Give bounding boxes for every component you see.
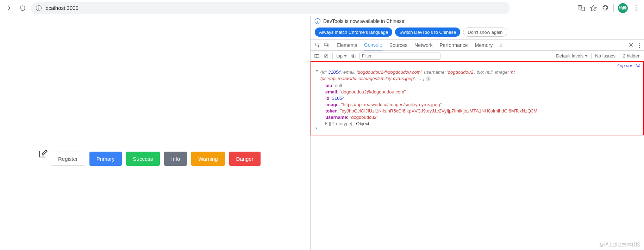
issues-label[interactable]: No Issues [595, 53, 615, 59]
context-label: top [336, 53, 343, 59]
context-selector[interactable]: top [336, 53, 347, 59]
page-content: Register Primary Success Info Warning Da… [0, 16, 310, 250]
logged-object[interactable]: {id: 31054, email: 'dogdoudou2@dogdoudou… [320, 69, 640, 127]
svg-rect-7 [315, 54, 319, 57]
devtools-locale-notice: i DevTools is now available in Chinese! [311, 16, 644, 26]
svg-rect-4 [325, 43, 328, 46]
info-button[interactable]: Info [164, 152, 187, 166]
edit-icon[interactable] [38, 149, 48, 159]
tab-sources[interactable]: Sources [389, 40, 407, 50]
log-levels-selector[interactable]: Default levels [556, 53, 588, 59]
tab-elements[interactable]: Elements [337, 40, 357, 50]
extensions-icon[interactable] [601, 4, 609, 12]
locale-pills: Always match Chrome's language Switch De… [311, 26, 644, 39]
reload-button[interactable] [18, 3, 27, 13]
toolbar-right: 约翰 [577, 3, 640, 13]
levels-label: Default levels [556, 53, 583, 59]
warning-button[interactable]: Warning [191, 152, 225, 166]
collapse-arrow-icon[interactable] [315, 70, 318, 72]
gear-icon[interactable] [628, 42, 634, 48]
tab-memory[interactable]: Memory [475, 40, 493, 50]
button-row: Register Primary Success Info Warning Da… [51, 152, 261, 166]
info-pill-icon[interactable]: i [426, 77, 431, 81]
clear-console-icon[interactable] [323, 53, 329, 59]
expand-arrow-icon[interactable] [325, 122, 327, 125]
svg-point-6 [630, 44, 632, 46]
url-text: localhost:3000 [44, 5, 79, 11]
register-button[interactable]: Register [51, 152, 85, 166]
notice-text: DevTools is now available in Chinese! [323, 18, 406, 24]
console-body: App.vue:14 {id: 31054, email: 'dogdoudou… [311, 61, 644, 250]
devtools: i DevTools is now available in Chinese! … [310, 16, 644, 250]
object-summary[interactable]: {id: 31054, email: 'dogdoudou2@dogdoudou… [320, 69, 640, 82]
pill-dismiss[interactable]: Don't show again [463, 28, 507, 37]
chrome-menu-icon[interactable] [632, 4, 640, 12]
source-link[interactable]: App.vue:14 [617, 63, 640, 69]
chevron-down-icon [585, 55, 588, 57]
sidebar-toggle-icon[interactable] [314, 53, 320, 59]
translate-icon[interactable] [577, 4, 585, 12]
console-filterbar: top Default levels No Issues 2 hidden [311, 51, 644, 61]
profile-avatar[interactable]: 约翰 [618, 3, 628, 13]
bookmark-star-icon[interactable] [589, 4, 597, 12]
tab-more[interactable]: » [500, 40, 502, 50]
tab-console[interactable]: Console [364, 40, 382, 50]
danger-button[interactable]: Danger [229, 152, 261, 166]
forward-button[interactable] [4, 3, 14, 13]
pill-match-language[interactable]: Always match Chrome's language [315, 28, 392, 37]
inspect-icon[interactable] [315, 42, 320, 48]
console-prompt[interactable]: › [315, 125, 317, 131]
device-icon[interactable] [324, 42, 330, 48]
svg-point-11 [352, 55, 354, 56]
hidden-label[interactable]: 2 hidden [623, 53, 640, 59]
devtools-tabbar: Elements Console Sources Network Perform… [311, 39, 644, 51]
tab-performance[interactable]: Performance [439, 40, 468, 50]
separator [613, 4, 614, 12]
chrome-toolbar: i localhost:3000 约翰 [0, 0, 644, 16]
chevron-down-icon [344, 55, 347, 57]
info-icon: i [315, 18, 320, 24]
filter-input[interactable] [359, 53, 440, 60]
svg-line-10 [325, 55, 327, 57]
success-button[interactable]: Success [126, 152, 160, 166]
tab-network[interactable]: Network [414, 40, 432, 50]
devtools-menu-icon[interactable] [639, 43, 640, 48]
object-expanded: bio: null email: "dogdoudou2@dogdoudou.c… [325, 83, 640, 127]
primary-button[interactable]: Primary [89, 152, 122, 166]
watermark: @稀土掘金技术社区 [599, 242, 640, 248]
svg-marker-2 [590, 5, 596, 11]
site-info-icon[interactable]: i [36, 5, 42, 11]
address-bar[interactable]: i localhost:3000 [31, 2, 510, 14]
split-view: Register Primary Success Info Warning Da… [0, 16, 644, 250]
pill-switch-chinese[interactable]: Switch DevTools to Chinese [395, 28, 460, 37]
live-expression-icon[interactable] [350, 53, 356, 59]
